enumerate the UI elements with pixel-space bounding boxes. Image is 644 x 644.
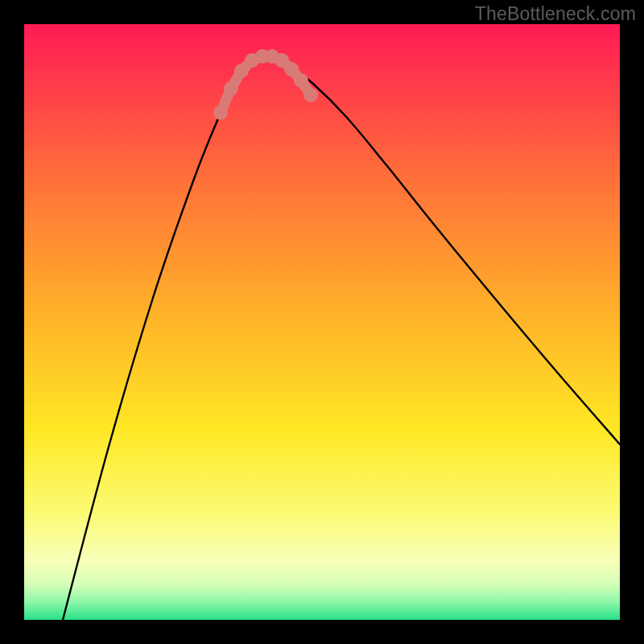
bottleneck-curve: [63, 55, 620, 620]
chart-frame: TheBottleneck.com: [0, 0, 644, 644]
svg-point-10: [303, 88, 318, 102]
svg-point-8: [284, 62, 299, 76]
watermark-text: TheBottleneck.com: [475, 3, 636, 25]
svg-point-3: [234, 64, 249, 78]
svg-point-9: [294, 73, 308, 88]
svg-point-1: [213, 105, 228, 120]
trough-highlight: [213, 49, 318, 120]
svg-point-2: [224, 81, 238, 96]
plot-area: [24, 24, 620, 620]
curve-layer: [24, 24, 620, 620]
